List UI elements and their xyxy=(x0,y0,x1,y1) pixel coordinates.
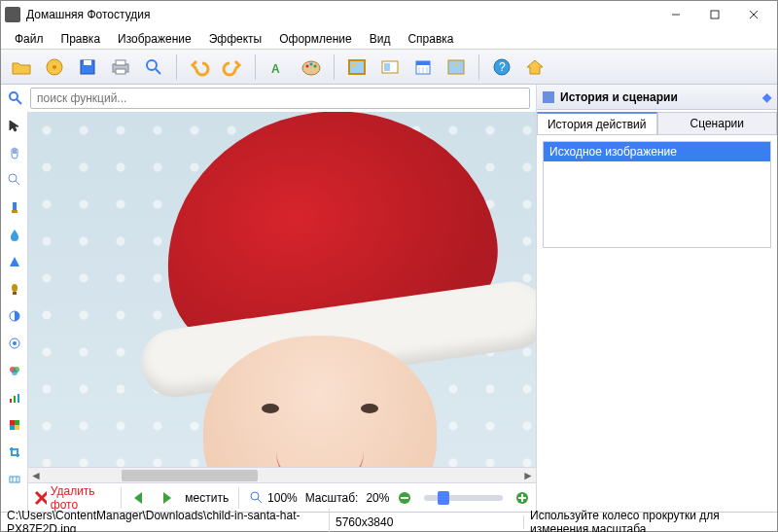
panel-tabs: История действий Сценарии xyxy=(537,110,777,135)
zoom-out-button[interactable] xyxy=(397,490,412,506)
svg-marker-31 xyxy=(527,60,543,74)
toolbar-separator xyxy=(478,54,479,80)
calendar-button[interactable] xyxy=(408,53,438,81)
zoom-in-button[interactable] xyxy=(514,490,530,506)
drop-tool[interactable] xyxy=(5,225,24,244)
delete-photo-button[interactable]: Удалить фото xyxy=(34,484,111,512)
text-button[interactable]: A xyxy=(264,53,293,81)
sharpen-tool[interactable] xyxy=(5,252,24,271)
svg-line-62 xyxy=(258,499,262,503)
svg-rect-1 xyxy=(711,11,719,18)
fit-button[interactable]: местить xyxy=(185,491,229,505)
postcard-button[interactable] xyxy=(375,53,405,81)
canvas-area: ◄ ► Удалить фото местить xyxy=(28,112,536,512)
color-tool[interactable] xyxy=(5,361,24,380)
svg-rect-47 xyxy=(10,399,12,403)
tab-scenarios[interactable]: Сценарии xyxy=(657,112,778,134)
svg-rect-48 xyxy=(14,396,16,403)
menu-view[interactable]: Вид xyxy=(362,30,399,48)
search-row xyxy=(1,85,536,112)
zoom-tool[interactable] xyxy=(5,170,24,190)
menu-effects[interactable]: Эффекты xyxy=(201,30,270,48)
svg-rect-50 xyxy=(10,420,15,425)
svg-rect-18 xyxy=(349,60,365,74)
print-button[interactable] xyxy=(106,53,135,81)
crop-tool[interactable] xyxy=(5,443,24,462)
svg-rect-10 xyxy=(116,69,125,74)
save-button[interactable] xyxy=(73,53,102,81)
zoom-label: Масштаб: xyxy=(305,491,359,505)
clone-tool[interactable] xyxy=(5,279,24,299)
scroll-right-icon[interactable]: ► xyxy=(520,469,536,482)
brush-tool[interactable] xyxy=(5,197,24,217)
maximize-button[interactable] xyxy=(695,3,734,26)
svg-point-17 xyxy=(314,64,317,67)
panel-title: История и сценарии xyxy=(560,90,678,104)
scroll-thumb[interactable] xyxy=(122,470,258,481)
redo-button[interactable] xyxy=(218,53,247,81)
zoom-slider[interactable] xyxy=(424,495,503,501)
close-button[interactable] xyxy=(734,3,773,26)
pin-icon[interactable]: ◆ xyxy=(762,90,771,104)
horizontal-scrollbar[interactable]: ◄ ► xyxy=(28,467,536,482)
straighten-tool[interactable] xyxy=(5,470,24,489)
menu-image[interactable]: Изображение xyxy=(110,30,199,48)
actual-size-button[interactable]: 100% xyxy=(249,490,298,506)
history-item[interactable]: Исходное изображение xyxy=(544,142,770,161)
open-button[interactable] xyxy=(7,53,36,81)
menu-decor[interactable]: Оформление xyxy=(271,30,359,48)
svg-point-43 xyxy=(13,341,17,345)
scroll-left-icon[interactable]: ◄ xyxy=(28,469,44,482)
app-icon xyxy=(5,7,20,22)
menu-help[interactable]: Справка xyxy=(400,30,461,48)
hand-tool[interactable] xyxy=(5,143,24,162)
frame-button[interactable] xyxy=(342,53,371,81)
svg-point-46 xyxy=(12,370,18,375)
status-hint: Используйте колесо прокрутки для изменен… xyxy=(524,509,777,533)
minimize-button[interactable] xyxy=(656,3,695,26)
menu-file[interactable]: Файл xyxy=(7,30,52,48)
svg-text:A: A xyxy=(271,62,280,76)
svg-point-15 xyxy=(306,64,309,67)
palette-button[interactable] xyxy=(297,53,326,81)
help-button[interactable]: ? xyxy=(487,53,516,81)
svg-point-5 xyxy=(53,65,56,69)
effects-tool[interactable] xyxy=(5,415,24,435)
collage-button[interactable] xyxy=(442,53,471,81)
lower-toolbar: Удалить фото местить 100% Масштаб: 20% xyxy=(28,482,536,512)
svg-point-19 xyxy=(352,63,356,67)
svg-rect-51 xyxy=(15,420,19,425)
next-button[interactable] xyxy=(158,490,177,506)
search-input[interactable] xyxy=(30,88,530,109)
svg-point-39 xyxy=(12,284,18,292)
history-list: Исходное изображение xyxy=(543,141,771,248)
svg-marker-38 xyxy=(10,257,19,266)
actual-size-label: 100% xyxy=(267,491,298,505)
history-panel: История и сценарии ◆ История действий Сц… xyxy=(536,85,777,512)
favorites-button[interactable] xyxy=(40,53,69,81)
tab-history[interactable]: История действий xyxy=(537,112,657,134)
undo-button[interactable] xyxy=(185,53,214,81)
search-icon[interactable] xyxy=(7,89,24,107)
menu-edit[interactable]: Правка xyxy=(53,30,109,48)
image-canvas[interactable] xyxy=(28,112,536,467)
left-column: ◄ ► Удалить фото местить xyxy=(1,85,536,512)
pointer-tool[interactable] xyxy=(5,116,24,135)
svg-point-32 xyxy=(10,92,18,100)
scroll-track[interactable] xyxy=(44,469,520,482)
app-window: Домашняя Фотостудия Файл Правка Изображе… xyxy=(0,0,778,532)
svg-rect-9 xyxy=(116,60,125,65)
prev-button[interactable] xyxy=(130,490,150,506)
svg-line-12 xyxy=(156,69,160,74)
toolbar-separator xyxy=(255,54,256,80)
home-button[interactable] xyxy=(520,53,549,81)
window-title: Домашняя Фотостудия xyxy=(26,8,656,21)
zoom-slider-thumb[interactable] xyxy=(438,491,449,505)
search-photo-button[interactable] xyxy=(139,53,168,81)
contrast-tool[interactable] xyxy=(5,306,24,326)
levels-tool[interactable] xyxy=(5,388,24,408)
svg-rect-49 xyxy=(18,394,19,403)
balance-tool[interactable] xyxy=(5,334,24,353)
svg-marker-59 xyxy=(134,492,142,504)
toolbar-separator xyxy=(334,54,335,80)
